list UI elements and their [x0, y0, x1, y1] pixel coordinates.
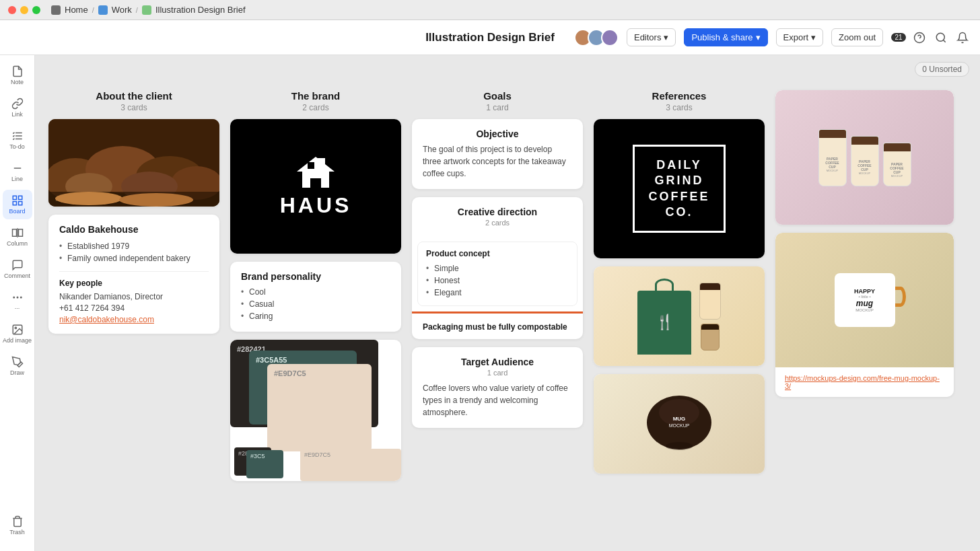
column-header-brand: The brand 2 cards [230, 90, 401, 112]
color-swatches-container: #282421 #3C5A55 #E9D7C5 #282 #3 [230, 340, 401, 481]
bag-mockup-item: 🍴 [637, 279, 691, 355]
svg-rect-15 [12, 229, 16, 237]
packaging-warning: Packaging must be fully compostable [412, 311, 583, 339]
svg-rect-12 [18, 202, 22, 205]
sidebar-board-label: Board [9, 208, 25, 215]
mug-mockup-bg: HAPPY • little • mug MOCKUP [775, 233, 954, 367]
tab-home-label[interactable]: Home [65, 5, 88, 15]
export-button[interactable]: Export ▾ [776, 28, 824, 46]
creative-direction-body: Creative direction 2 cards [412, 197, 583, 242]
device-icon: 21 [891, 31, 905, 44]
list-item: Caring [241, 310, 390, 322]
daily-grind-text: DAILYGRINDCOFFEECO. [648, 157, 709, 221]
tab-work-label[interactable]: Work [112, 5, 132, 15]
mug-shape: HAPPY • little • mug MOCKUP [835, 273, 895, 327]
sidebar-item-board[interactable]: Board [3, 190, 32, 219]
main-content: 0 Unsorted About the client 3 cards [35, 55, 980, 551]
list-item: Casual [241, 298, 390, 310]
coffee-pod-item: MUG MOCKUP [639, 385, 720, 462]
card-coffee-pod: MUG MOCKUP [594, 374, 765, 474]
illus-icon [142, 5, 151, 15]
zoom-button[interactable]: Zoom out [831, 28, 883, 46]
svg-rect-36 [317, 158, 325, 166]
brand-traits-list: Cool Casual Caring [241, 286, 390, 322]
target-audience-title: Target Audience [423, 357, 572, 367]
column-brand: The brand 2 cards HAUS [230, 90, 401, 489]
list-item: Family owned independent bakery [59, 252, 209, 264]
chevron-down-icon: ▾ [664, 32, 668, 42]
swatch-beige: #E9D7C5 [267, 364, 372, 451]
close-button[interactable] [8, 6, 16, 14]
column-title: References [594, 90, 765, 102]
swatch-teal-sm: #3C5 [246, 450, 283, 478]
header-right: Editors ▾ Publish & share ▾ Export ▾ Zoo… [574, 28, 969, 46]
svg-rect-10 [13, 196, 16, 199]
sidebar-trash-label: Trash [9, 529, 25, 536]
card-brand-logo: HAUS [230, 119, 401, 254]
cups-mockup-bg: PAPER COFFEE CUP MOCKUP PAPER COFFEE [775, 90, 954, 225]
sidebar-item-note[interactable]: Note [3, 61, 32, 90]
contact-email[interactable]: nik@caldobakehouse.com [59, 315, 209, 324]
mug-handle [895, 287, 906, 307]
svg-point-33 [119, 193, 193, 207]
editors-button[interactable]: Editors ▾ [627, 28, 676, 46]
column-header-goals: Goals 1 card [412, 90, 583, 112]
list-item: Cool [241, 286, 390, 298]
card-target-audience: Target Audience 1 card Coffee lovers who… [412, 347, 583, 428]
sidebar-item-link[interactable]: Link [3, 93, 32, 122]
sidebar-item-addimage[interactable]: Add image [3, 319, 32, 348]
sidebar-item-line[interactable]: Line [3, 157, 32, 187]
app-header: Illustration Design Brief Editors ▾ Publ… [0, 20, 980, 55]
bell-icon[interactable] [956, 31, 969, 44]
warning-text: Packaging must be fully compostable [423, 322, 567, 332]
mug-shape-container: HAPPY • little • mug MOCKUP [835, 273, 895, 327]
svg-text:MOCKUP: MOCKUP [669, 423, 690, 428]
sidebar-more-label: ··· [15, 305, 20, 311]
svg-point-21 [15, 327, 16, 328]
list-item: Simple [426, 262, 569, 274]
help-icon[interactable] [913, 31, 926, 44]
sidebar: Note Link To-do Line Board Column Commen… [0, 55, 35, 551]
bag-mockup-bg: 🍴 [594, 266, 765, 366]
fullscreen-button[interactable] [32, 6, 40, 14]
sidebar-item-trash[interactable]: Trash [3, 511, 32, 540]
swatch-beige-sm: #E9D7C5 [300, 449, 401, 481]
notifications-badge: 21 [891, 33, 905, 42]
chevron-down-icon: ▾ [811, 32, 816, 42]
sidebar-item-comment[interactable]: Comment [3, 254, 32, 284]
product-concept-title: Product concept [426, 249, 569, 258]
bread-image: Honey Spelt Bread 5-Grain Pan Bread [48, 119, 219, 207]
target-audience-body: Target Audience 1 card Coffee lovers who… [412, 347, 583, 428]
sidebar-item-todo[interactable]: To-do [3, 125, 32, 155]
column-header-about-client: About the client 3 cards [48, 90, 219, 112]
card-bag-mockup: 🍴 [594, 266, 765, 366]
svg-marker-34 [297, 157, 335, 188]
sidebar-item-column[interactable]: Column [3, 222, 32, 252]
sidebar-column-label: Column [7, 240, 28, 247]
card-creative-direction: Creative direction 2 cards Product conce… [412, 197, 583, 339]
client-details-list: Established 1979 Family owned independen… [59, 240, 209, 264]
sidebar-item-draw[interactable]: Draw [3, 351, 32, 381]
column-title: About the client [48, 90, 219, 102]
sidebar-todo-label: To-do [9, 143, 25, 150]
publish-button[interactable]: Publish & share ▾ [684, 28, 767, 46]
creative-direction-title: Creative direction [423, 207, 572, 217]
svg-text:MUG: MUG [673, 416, 686, 422]
home-icon [51, 5, 61, 15]
product-concepts-list: Simple Honest Elegant [426, 262, 569, 299]
mug-link[interactable]: https://mockups-design.com/free-mug-mock… [775, 367, 954, 397]
chevron-down-icon: ▾ [756, 32, 761, 42]
creative-direction-count: 2 cards [423, 219, 572, 227]
traffic-lights [8, 6, 40, 14]
sidebar-item-more[interactable]: ··· [3, 287, 32, 316]
product-concept-card: Product concept Simple Honest Elegant [417, 242, 578, 306]
cups-mockup-items: PAPER COFFEE CUP MOCKUP PAPER COFFEE [818, 129, 911, 186]
card-client-info: Caldo Bakehouse Established 1979 Family … [48, 215, 219, 334]
column-unsorted: PAPER COFFEE CUP MOCKUP PAPER COFFEE [775, 90, 954, 405]
card-daily-grind: DAILYGRINDCOFFEECO. [594, 119, 765, 258]
divider [59, 271, 209, 272]
minimize-button[interactable] [20, 6, 28, 14]
brand-name: HAUS [280, 193, 352, 218]
tab-illus-label[interactable]: Illustration Design Brief [155, 5, 246, 15]
search-icon[interactable] [934, 31, 948, 44]
